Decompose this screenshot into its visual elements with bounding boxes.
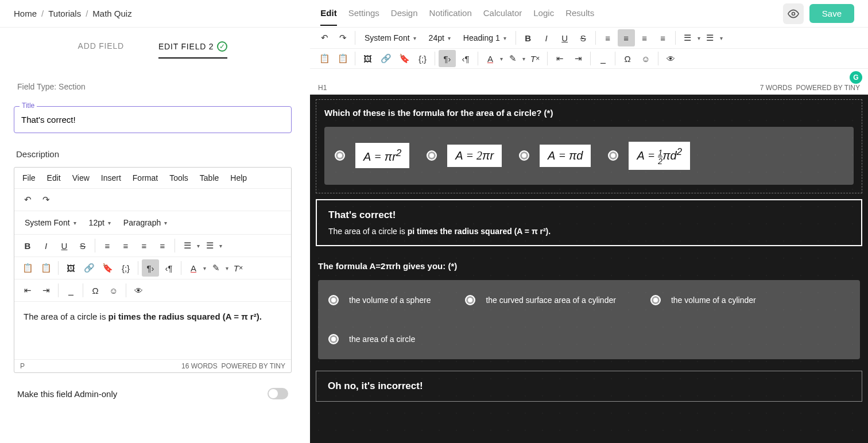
rtl-icon[interactable]: ‹¶ [457,50,474,67]
strikethrough-icon[interactable]: S [74,237,91,254]
radio-icon[interactable] [335,150,345,161]
strikethrough-icon[interactable]: S [575,29,592,46]
menu-help[interactable]: Help [230,173,247,182]
preview-icon[interactable]: 👁 [662,50,679,67]
special-char-icon[interactable]: Ω [619,50,636,67]
text-color-icon[interactable]: A [185,259,202,277]
align-right-icon[interactable]: ≡ [135,237,153,254]
nav-edit[interactable]: Edit [320,1,336,26]
clear-format-icon[interactable]: T× [230,259,247,277]
redo-icon[interactable]: ↷ [37,191,55,208]
radio-icon[interactable] [650,295,661,305]
nav-logic[interactable]: Logic [533,1,554,26]
page-break-icon[interactable]: ⎯ [62,282,79,299]
question-block-1[interactable]: Which of these is the formula for the ar… [316,99,862,193]
code-sample-icon[interactable]: {;} [117,259,134,277]
font-family-dropdown[interactable]: System Font▾ [359,29,422,47]
preview-button[interactable] [783,3,804,24]
unordered-list-icon[interactable]: ☰ [702,29,719,46]
align-left-icon[interactable]: ≡ [99,237,116,254]
paste-icon[interactable]: 📋 [19,259,36,277]
italic-icon[interactable]: I [538,29,555,46]
image-icon[interactable]: 🖼 [359,50,376,67]
align-left-icon[interactable]: ≡ [599,29,617,46]
ltr-icon[interactable]: ¶› [439,50,456,67]
menu-format[interactable]: Format [133,173,158,182]
nav-settings[interactable]: Settings [348,1,379,26]
menu-tools[interactable]: Tools [169,173,188,182]
clear-format-icon[interactable]: T× [526,50,544,67]
menu-table[interactable]: Table [200,173,219,182]
q2-option-4[interactable]: the area of a circle [328,334,850,344]
bookmark-icon[interactable]: 🔖 [396,50,413,67]
menu-view[interactable]: View [72,173,90,182]
paste-text-icon[interactable]: 📋 [37,259,55,277]
indent-icon[interactable]: ⇥ [569,50,587,67]
q1-option-1[interactable]: A = πr2 [335,143,409,168]
image-icon[interactable]: 🖼 [62,259,79,277]
breadcrumb-tutorials[interactable]: Tutorials [48,9,81,18]
link-icon[interactable]: 🔗 [80,259,98,277]
grammarly-icon[interactable]: G [850,71,862,84]
radio-icon[interactable] [328,334,339,344]
editor-content-area[interactable]: The area of a circle is pi times the rad… [14,302,291,359]
emoji-icon[interactable]: ☺ [637,50,654,67]
question-block-2[interactable]: The formula A=2πrh gives you: (*) the vo… [316,253,862,365]
bookmark-icon[interactable]: 🔖 [99,259,116,277]
radio-icon[interactable] [427,150,437,161]
code-sample-icon[interactable]: {;} [414,50,431,67]
save-button[interactable]: Save [809,4,854,23]
highlight-icon[interactable]: ✎ [207,259,224,277]
nav-design[interactable]: Design [391,1,418,26]
undo-icon[interactable]: ↶ [316,29,333,46]
tab-add-field[interactable]: ADD FIELD [78,41,124,59]
paste-icon[interactable]: 📋 [316,50,333,67]
menu-insert[interactable]: Insert [101,173,121,182]
undo-icon[interactable]: ↶ [19,191,36,208]
text-color-icon[interactable]: A [482,50,499,67]
italic-icon[interactable]: I [37,237,55,254]
ordered-list-icon[interactable]: ☰ [179,237,196,254]
heading-style-dropdown[interactable]: Heading 1▾ [458,29,512,47]
admin-only-toggle[interactable] [268,388,288,399]
q2-option-2[interactable]: the curved surface area of a cylinder [465,295,615,305]
align-center-icon[interactable]: ≡ [618,29,635,46]
page-break-icon[interactable]: ⎯ [594,50,611,67]
underline-icon[interactable]: U [56,237,73,254]
radio-icon[interactable] [465,295,475,305]
bold-icon[interactable]: B [520,29,537,46]
rtl-icon[interactable]: ‹¶ [160,259,177,277]
indent-icon[interactable]: ⇥ [37,282,55,299]
menu-edit[interactable]: Edit [47,173,61,182]
align-justify-icon[interactable]: ≡ [154,237,171,254]
font-size-dropdown[interactable]: 12pt▾ [83,213,117,232]
paragraph-style-dropdown[interactable]: Paragraph▾ [118,213,173,232]
outdent-icon[interactable]: ⇤ [19,282,36,299]
align-center-icon[interactable]: ≡ [117,237,134,254]
link-icon[interactable]: 🔗 [377,50,394,67]
q1-option-4[interactable]: A = 12πd2 [608,142,689,170]
preview-icon[interactable]: 👁 [130,282,147,299]
feedback-correct-block[interactable]: That's correct! The area of a circle is … [316,199,862,246]
ordered-list-icon[interactable]: ☰ [679,29,696,46]
q1-option-3[interactable]: A = πd [519,145,591,167]
feedback-incorrect-block[interactable]: Oh no, it's incorrect! [316,371,862,402]
nav-notification[interactable]: Notification [429,1,472,26]
special-char-icon[interactable]: Ω [87,282,104,299]
q2-option-1[interactable]: the volume of a sphere [328,295,431,305]
emoji-icon[interactable]: ☺ [105,282,122,299]
q2-option-3[interactable]: the volume of a cylinder [650,295,756,305]
title-input[interactable] [14,106,292,133]
unordered-list-icon[interactable]: ☰ [201,237,218,254]
underline-icon[interactable]: U [556,29,574,46]
radio-icon[interactable] [519,150,529,161]
ltr-icon[interactable]: ¶› [142,259,159,277]
tab-edit-field[interactable]: EDIT FIELD 2 ✓ [158,41,227,59]
q1-option-2[interactable]: A = 2πr [427,145,502,167]
breadcrumb-home[interactable]: Home [14,9,37,18]
nav-results[interactable]: Results [565,1,594,26]
outdent-icon[interactable]: ⇤ [551,50,568,67]
align-justify-icon[interactable]: ≡ [654,29,672,46]
redo-icon[interactable]: ↷ [334,29,351,46]
highlight-icon[interactable]: ✎ [504,50,521,67]
